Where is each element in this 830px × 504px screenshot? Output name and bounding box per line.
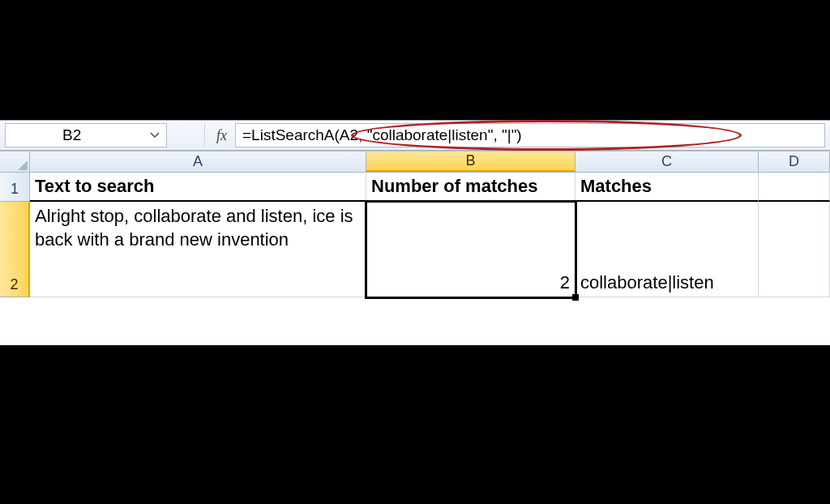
formula-text: =ListSearchA(A2, "collaborate|listen", "… xyxy=(242,126,522,144)
separator xyxy=(204,123,205,147)
fx-icon[interactable]: fx xyxy=(216,127,227,144)
row-header-2[interactable]: 2 xyxy=(0,202,30,297)
column-header-D[interactable]: D xyxy=(759,152,830,172)
cell-C2[interactable]: collaborate|listen xyxy=(575,202,759,297)
spreadsheet-grid: A B C D 1 2 Text to search Number of mat… xyxy=(0,151,830,345)
cell-B2[interactable]: 2 xyxy=(366,202,575,297)
cell-D2[interactable] xyxy=(759,202,830,297)
formula-input[interactable]: =ListSearchA(A2, "collaborate|listen", "… xyxy=(235,123,825,147)
cell-A1[interactable]: Text to search xyxy=(30,173,366,202)
column-header-A[interactable]: A xyxy=(30,152,366,172)
cell-D1[interactable] xyxy=(759,173,830,202)
formula-bar: B2 fx =ListSearchA(A2, "collaborate|list… xyxy=(0,120,830,151)
cell-A2[interactable]: Alright stop, collaborate and listen, ic… xyxy=(30,202,366,297)
name-box[interactable]: B2 xyxy=(5,123,167,147)
cells-area: Text to search Number of matches Matches… xyxy=(30,173,830,297)
column-header-C[interactable]: C xyxy=(575,152,759,172)
cell-C2-text: collaborate|listen xyxy=(580,272,714,293)
column-headers: A B C D xyxy=(0,152,830,173)
name-box-value: B2 xyxy=(62,126,81,144)
row-headers: 1 2 xyxy=(0,173,30,297)
cell-B1[interactable]: Number of matches xyxy=(366,173,575,202)
cell-C1[interactable]: Matches xyxy=(575,173,759,202)
cell-A2-text: Alright stop, collaborate and listen, ic… xyxy=(35,205,361,251)
blank-top-region xyxy=(0,0,830,120)
cell-B2-text: 2 xyxy=(560,272,570,293)
name-box-dropdown-icon[interactable] xyxy=(148,129,161,142)
select-all-corner[interactable] xyxy=(0,152,30,172)
row-header-1[interactable]: 1 xyxy=(0,173,30,202)
column-header-B[interactable]: B xyxy=(366,152,575,172)
